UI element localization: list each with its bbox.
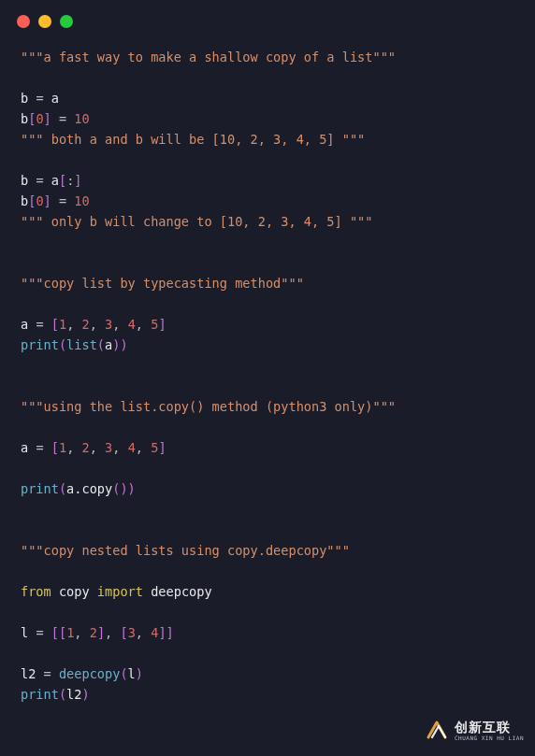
code-token: , bbox=[136, 440, 151, 455]
code-token: ] bbox=[44, 111, 59, 126]
code-token: [ bbox=[120, 625, 127, 640]
code-token: ( bbox=[59, 481, 66, 496]
code-token: 2 bbox=[90, 625, 97, 640]
code-token: 4 bbox=[128, 440, 136, 455]
code-token: b bbox=[21, 173, 36, 188]
code-token: = bbox=[59, 111, 74, 126]
code-token: , bbox=[90, 317, 105, 332]
code-token: , bbox=[90, 440, 105, 455]
code-token: ) bbox=[81, 687, 89, 702]
code-token: , bbox=[136, 625, 151, 640]
code-token: ( bbox=[97, 337, 105, 352]
code-token: )) bbox=[112, 337, 127, 352]
code-token: = bbox=[36, 625, 51, 640]
code-token: ( bbox=[59, 687, 66, 702]
code-token: """using the list.copy() method (python3… bbox=[21, 399, 396, 414]
watermark-zh: 创新互联 bbox=[455, 720, 524, 734]
code-token: import bbox=[97, 584, 151, 599]
code-token: print bbox=[21, 337, 59, 352]
code-token: , bbox=[66, 440, 81, 455]
watermark-text: 创新互联 CHUANG XIN HU LIAN bbox=[455, 720, 524, 741]
code-token: ] bbox=[74, 173, 81, 188]
code-token: a bbox=[51, 91, 59, 106]
code-token: list bbox=[66, 337, 97, 352]
code-token: """copy list by typecasting method""" bbox=[21, 276, 304, 291]
code-token: print bbox=[21, 481, 59, 496]
code-token: ] bbox=[158, 440, 166, 455]
code-token: 10 bbox=[74, 193, 89, 208]
code-token: ) bbox=[136, 666, 143, 681]
code-token: l bbox=[128, 666, 136, 681]
window-titlebar bbox=[0, 0, 535, 36]
code-token: deepcopy bbox=[151, 584, 211, 599]
code-token: a bbox=[105, 337, 112, 352]
code-token: from bbox=[21, 584, 59, 599]
code-window: """a fast way to make a shallow copy of … bbox=[0, 0, 535, 756]
code-token: = bbox=[36, 317, 51, 332]
code-token: = bbox=[44, 666, 59, 681]
code-token: l2 bbox=[66, 687, 81, 702]
maximize-icon[interactable] bbox=[60, 15, 73, 28]
code-token: = bbox=[36, 173, 51, 188]
code-token: 0 bbox=[36, 193, 43, 208]
code-token: [[ bbox=[51, 625, 66, 640]
code-token: ] bbox=[97, 625, 105, 640]
code-token: l bbox=[21, 625, 36, 640]
code-token: 1 bbox=[59, 440, 66, 455]
code-token: 0 bbox=[36, 111, 43, 126]
minimize-icon[interactable] bbox=[38, 15, 51, 28]
code-token: b bbox=[21, 111, 28, 126]
code-token: """ both a and b will be [10, 2, 3, 4, 5… bbox=[21, 132, 365, 147]
code-token: """a fast way to make a shallow copy of … bbox=[21, 50, 396, 64]
code-token: [ bbox=[51, 440, 59, 455]
code-token: [ bbox=[51, 317, 59, 332]
code-token: 2 bbox=[82, 317, 90, 332]
code-token: , bbox=[112, 317, 127, 332]
code-token: , bbox=[112, 440, 127, 455]
code-token: , bbox=[74, 625, 89, 640]
code-token: l2 bbox=[21, 666, 44, 681]
code-token: print bbox=[21, 687, 59, 702]
code-token: a.copy bbox=[66, 481, 112, 496]
code-token: [ bbox=[59, 173, 66, 188]
code-token: b bbox=[21, 91, 36, 106]
code-token: = bbox=[36, 440, 51, 455]
code-token: ]] bbox=[158, 625, 173, 640]
code-token: copy bbox=[59, 584, 97, 599]
code-token: b bbox=[21, 193, 28, 208]
code-token: ( bbox=[120, 666, 127, 681]
code-token: 2 bbox=[82, 440, 90, 455]
code-token: ()) bbox=[112, 481, 136, 496]
code-token: , bbox=[136, 317, 151, 332]
code-token: """ only b will change to [10, 2, 3, 4, … bbox=[21, 214, 372, 229]
code-token: , bbox=[66, 317, 81, 332]
code-token: ] bbox=[158, 317, 166, 332]
code-token: a bbox=[51, 173, 59, 188]
code-token: """copy nested lists using copy.deepcopy… bbox=[21, 543, 350, 558]
close-icon[interactable] bbox=[17, 15, 30, 28]
code-token: 4 bbox=[128, 317, 136, 332]
code-token: 1 bbox=[59, 317, 66, 332]
code-token: ] bbox=[44, 193, 59, 208]
code-token: 10 bbox=[74, 111, 89, 126]
code-token: = bbox=[59, 193, 74, 208]
code-token: a bbox=[21, 440, 36, 455]
code-token: ( bbox=[59, 337, 66, 352]
code-token: 3 bbox=[128, 625, 136, 640]
watermark-logo-icon bbox=[425, 719, 449, 743]
code-token: deepcopy bbox=[59, 666, 120, 681]
code-token: a bbox=[21, 317, 36, 332]
code-content: """a fast way to make a shallow copy of … bbox=[0, 36, 535, 705]
code-token: , bbox=[105, 625, 120, 640]
watermark: 创新互联 CHUANG XIN HU LIAN bbox=[425, 719, 524, 743]
code-token: = bbox=[36, 91, 51, 106]
watermark-en: CHUANG XIN HU LIAN bbox=[455, 735, 524, 741]
